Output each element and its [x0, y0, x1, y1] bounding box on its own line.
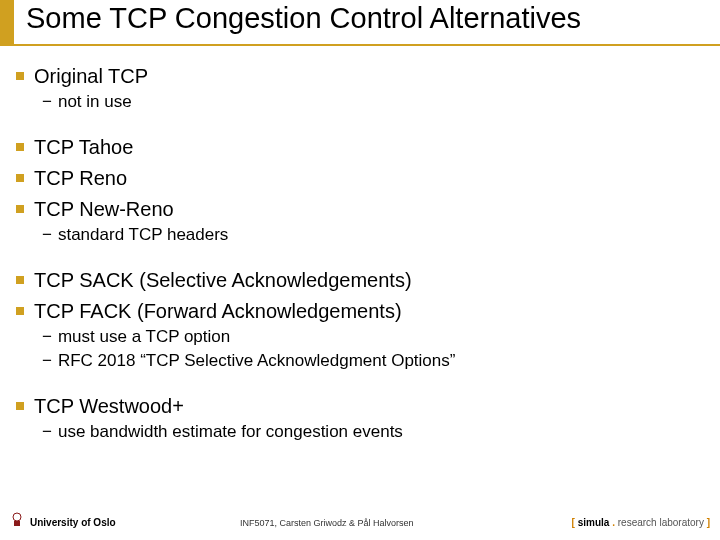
- simula-rest: research laboratory: [618, 517, 704, 528]
- bullet-text: TCP FACK (Forward Acknowledgements): [34, 299, 402, 324]
- bullet-text: TCP Reno: [34, 166, 127, 191]
- title-bar: Some TCP Congestion Control Alternatives: [0, 0, 720, 44]
- dash-icon: −: [42, 421, 52, 443]
- bullet-original-tcp: Original TCP: [16, 64, 704, 89]
- dash-icon: −: [42, 350, 52, 372]
- square-bullet-icon: [16, 307, 24, 315]
- subbullet-text: RFC 2018 “TCP Selective Acknowledgment O…: [58, 350, 455, 372]
- subbullet-text: must use a TCP option: [58, 326, 230, 348]
- bullet-tahoe: TCP Tahoe: [16, 135, 704, 160]
- dash-icon: −: [42, 326, 52, 348]
- subbullet-standard-headers: − standard TCP headers: [42, 224, 704, 246]
- square-bullet-icon: [16, 174, 24, 182]
- bullet-text: TCP Westwood+: [34, 394, 184, 419]
- bullet-fack: TCP FACK (Forward Acknowledgements): [16, 299, 704, 324]
- simula-dot: .: [609, 517, 617, 528]
- bullet-text: TCP SACK (Selective Acknowledgements): [34, 268, 412, 293]
- square-bullet-icon: [16, 276, 24, 284]
- bullet-text: TCP Tahoe: [34, 135, 133, 160]
- svg-point-0: [13, 513, 21, 521]
- bullet-sack: TCP SACK (Selective Acknowledgements): [16, 268, 704, 293]
- bullet-westwood: TCP Westwood+: [16, 394, 704, 419]
- bullet-text: Original TCP: [34, 64, 148, 89]
- dash-icon: −: [42, 91, 52, 113]
- subbullet-text: not in use: [58, 91, 132, 113]
- subbullet-not-in-use: − not in use: [42, 91, 704, 113]
- simula-logo: [ simula . research laboratory ]: [572, 517, 710, 528]
- dash-icon: −: [42, 224, 52, 246]
- university-name: University of Oslo: [30, 517, 116, 528]
- bullet-text: TCP New-Reno: [34, 197, 174, 222]
- svg-rect-1: [14, 521, 20, 526]
- square-bullet-icon: [16, 402, 24, 410]
- slide-title: Some TCP Congestion Control Alternatives: [26, 2, 581, 35]
- bracket-close: ]: [704, 517, 710, 528]
- subbullet-text: use bandwidth estimate for congestion ev…: [58, 421, 403, 443]
- content-area: Original TCP − not in use TCP Tahoe TCP …: [16, 58, 704, 443]
- square-bullet-icon: [16, 205, 24, 213]
- subbullet-bandwidth-estimate: − use bandwidth estimate for congestion …: [42, 421, 704, 443]
- subbullet-tcp-option: − must use a TCP option: [42, 326, 704, 348]
- footer: University of Oslo INF5071, Carsten Griw…: [0, 512, 720, 530]
- course-credit: INF5071, Carsten Griwodz & Pål Halvorsen: [240, 518, 414, 528]
- university-crest-icon: [10, 512, 24, 528]
- square-bullet-icon: [16, 72, 24, 80]
- subbullet-text: standard TCP headers: [58, 224, 228, 246]
- simula-word: simula: [578, 517, 610, 528]
- title-accent: [0, 0, 14, 44]
- subbullet-rfc2018: − RFC 2018 “TCP Selective Acknowledgment…: [42, 350, 704, 372]
- slide: Some TCP Congestion Control Alternatives…: [0, 0, 720, 540]
- bullet-reno: TCP Reno: [16, 166, 704, 191]
- title-underline: [0, 44, 720, 46]
- bullet-new-reno: TCP New-Reno: [16, 197, 704, 222]
- square-bullet-icon: [16, 143, 24, 151]
